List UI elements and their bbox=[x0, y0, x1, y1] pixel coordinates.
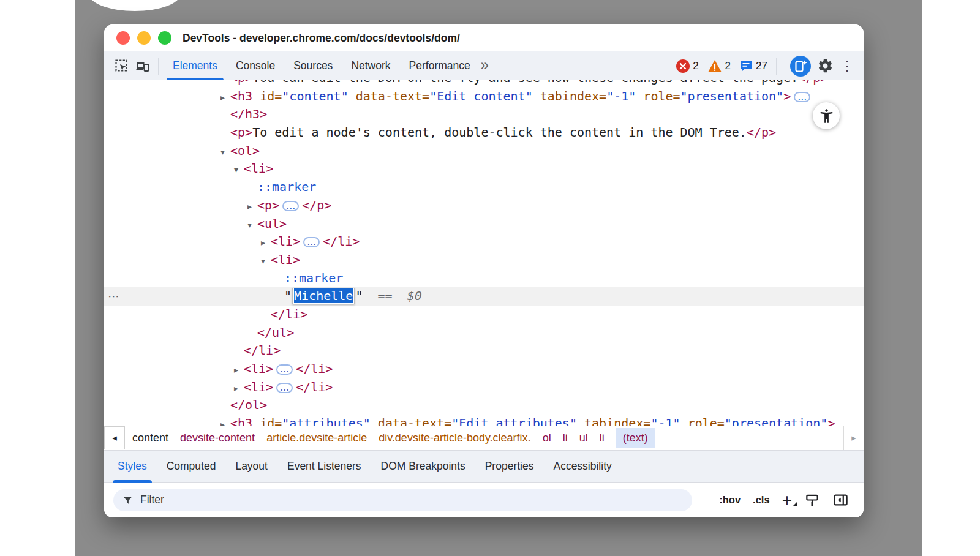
inline-expand-button[interactable]: … bbox=[794, 92, 810, 102]
dom-tree-row[interactable]: ▾<ul> bbox=[104, 215, 864, 233]
breadcrumb-back-button[interactable]: ◂ bbox=[104, 426, 125, 449]
close-window-button[interactable] bbox=[116, 31, 130, 45]
tab-dom-breakpoints[interactable]: DOM Breakpoints bbox=[371, 450, 475, 483]
tab-performance[interactable]: Performance bbox=[400, 51, 480, 80]
dom-tree-row[interactable]: ▸<h3 id="attributes" data-text="Edit att… bbox=[104, 415, 864, 426]
messages-badge[interactable]: 27 bbox=[739, 59, 767, 73]
filter-input[interactable]: Filter bbox=[113, 489, 692, 511]
dom-tree-row[interactable]: </ul> bbox=[104, 324, 864, 342]
dom-tree-row[interactable]: ▸<h3 id="content" data-text="Edit conten… bbox=[104, 88, 864, 106]
collapse-arrow-icon[interactable]: ▾ bbox=[247, 216, 257, 235]
dom-tree-row[interactable]: ▸<li>…</li> bbox=[104, 233, 864, 251]
syntax-val: "-1" bbox=[650, 416, 680, 426]
warning-badge[interactable]: 2 bbox=[707, 59, 731, 73]
dom-tree-row[interactable]: </h3> bbox=[104, 105, 864, 124]
dom-tree-row[interactable]: ▸<p>…</p> bbox=[104, 197, 864, 215]
syntax-tag: <ul> bbox=[257, 216, 287, 231]
dom-tree-row[interactable]: ▾<li> bbox=[104, 160, 864, 178]
inline-expand-button[interactable]: … bbox=[276, 383, 293, 393]
tab-network[interactable]: Network bbox=[342, 51, 399, 80]
dom-tree-row[interactable]: ⋯"Michelle" == $0 bbox=[104, 287, 864, 306]
expand-arrow-icon[interactable]: ▸ bbox=[234, 361, 244, 380]
syntax-val: "Edit content" bbox=[429, 89, 533, 103]
dom-tree-row[interactable]: </li> bbox=[104, 342, 864, 360]
expand-arrow-icon[interactable]: ▸ bbox=[221, 89, 230, 107]
syntax-marker: ::marker bbox=[257, 179, 316, 194]
breadcrumb-item[interactable]: div.devsite-article-body.clearfix. bbox=[379, 432, 530, 445]
tab-accessibility[interactable]: Accessibility bbox=[543, 450, 621, 483]
syntax-attr: data-text= bbox=[371, 416, 451, 426]
collapse-arrow-icon[interactable]: ▾ bbox=[261, 252, 271, 271]
overflow-dots-icon[interactable]: ⋯ bbox=[108, 287, 120, 306]
tab-styles[interactable]: Styles bbox=[108, 450, 157, 483]
dom-tree-row[interactable]: ▸<li>…</li> bbox=[104, 360, 864, 378]
breadcrumb-forward-button[interactable]: ▸ bbox=[843, 426, 864, 450]
more-tabs-button[interactable]: » bbox=[481, 56, 489, 73]
syntax-tag: <p> bbox=[257, 198, 279, 212]
tab-layout[interactable]: Layout bbox=[225, 450, 277, 483]
syntax-tag: <p> bbox=[230, 125, 252, 140]
ai-device-button[interactable] bbox=[790, 56, 811, 77]
syntax-val: "content" bbox=[282, 89, 348, 103]
syntax-attr: tabindex= bbox=[533, 89, 606, 103]
dom-tree-row[interactable]: ::marker bbox=[104, 269, 864, 288]
dom-tree-row[interactable]: ▾<li> bbox=[104, 251, 864, 269]
syntax-text: To edit a node's content, double-click t… bbox=[252, 125, 747, 140]
expand-arrow-icon[interactable]: ▸ bbox=[234, 380, 244, 398]
dom-tree-row[interactable]: ▸<li>…</li> bbox=[104, 378, 864, 397]
toggle-sidebar-icon[interactable] bbox=[832, 492, 849, 508]
error-badge[interactable]: 2 bbox=[676, 59, 698, 73]
toggle-hov[interactable]: :hov bbox=[719, 494, 741, 506]
syntax-tag: </p> bbox=[798, 80, 827, 85]
expand-arrow-icon[interactable]: ▸ bbox=[247, 198, 257, 216]
dom-tree-row[interactable]: <p>You can edit the DOM on the fly and s… bbox=[104, 80, 864, 88]
tab-computed[interactable]: Computed bbox=[157, 450, 226, 483]
syntax-tag: <h3 bbox=[230, 89, 252, 103]
dom-tree-row[interactable]: <p>To edit a node's content, double-clic… bbox=[104, 124, 864, 142]
inspect-element-button[interactable] bbox=[111, 56, 132, 77]
toggle-cls[interactable]: .cls bbox=[753, 494, 770, 506]
dom-tree-row[interactable]: </li> bbox=[104, 306, 864, 324]
breadcrumb-item[interactable]: article.devsite-article bbox=[266, 432, 367, 445]
tab-sources[interactable]: Sources bbox=[284, 51, 342, 80]
dom-tree-row[interactable]: </ol> bbox=[104, 396, 864, 415]
breadcrumb-item[interactable]: ol bbox=[543, 432, 551, 445]
breadcrumb-item[interactable]: ul bbox=[579, 432, 588, 445]
breadcrumb-item[interactable]: li bbox=[563, 432, 568, 445]
breadcrumb-item[interactable]: content bbox=[132, 432, 168, 445]
inline-expand-button[interactable]: … bbox=[276, 364, 293, 375]
accessibility-overlay-button[interactable] bbox=[813, 102, 840, 129]
syntax-tag: </ol> bbox=[230, 397, 267, 412]
warning-icon bbox=[707, 59, 722, 73]
dom-tree-row[interactable]: ::marker bbox=[104, 178, 864, 197]
tab-properties[interactable]: Properties bbox=[475, 450, 544, 483]
breadcrumb-item[interactable]: (text) bbox=[616, 428, 655, 448]
devtools-toolbar: ElementsConsoleSourcesNetworkPerformance… bbox=[104, 51, 864, 80]
syntax-attr: id= bbox=[252, 416, 282, 426]
inline-edit-box[interactable]: Michelle bbox=[292, 288, 355, 304]
breadcrumb-item[interactable]: devsite-content bbox=[180, 432, 255, 445]
overflow-menu-button[interactable]: ⋮ bbox=[840, 58, 854, 73]
expand-arrow-icon[interactable]: ▸ bbox=[221, 416, 230, 426]
inline-expand-button[interactable]: … bbox=[282, 201, 299, 211]
inline-expand-button[interactable]: … bbox=[303, 237, 320, 247]
expand-arrow-icon[interactable]: ▸ bbox=[261, 234, 271, 252]
tab-elements[interactable]: Elements bbox=[164, 51, 227, 80]
device-toolbar-button[interactable] bbox=[132, 56, 153, 77]
dom-tree-row[interactable]: ▾<ol> bbox=[104, 142, 864, 160]
breadcrumb: ◂ contentdevsite-contentarticle.devsite-… bbox=[104, 426, 864, 450]
syntax-tag: </li> bbox=[271, 307, 307, 321]
paint-roller-icon[interactable] bbox=[804, 492, 820, 508]
settings-gear-button[interactable] bbox=[815, 56, 835, 77]
devtools-window: DevTools - developer.chrome.com/docs/dev… bbox=[104, 24, 864, 517]
breadcrumb-item[interactable]: li bbox=[600, 432, 605, 445]
collapse-arrow-icon[interactable]: ▾ bbox=[234, 161, 244, 179]
new-style-rule-button[interactable]: + bbox=[782, 494, 792, 506]
collapse-arrow-icon[interactable]: ▾ bbox=[221, 143, 230, 162]
tab-event-listeners[interactable]: Event Listeners bbox=[277, 450, 371, 483]
minimize-window-button[interactable] bbox=[137, 31, 151, 45]
tab-console[interactable]: Console bbox=[227, 51, 284, 80]
accessibility-person-icon bbox=[818, 108, 835, 124]
maximize-window-button[interactable] bbox=[158, 31, 172, 45]
syntax-text: You can edit the DOM on the fly and see … bbox=[252, 80, 798, 85]
